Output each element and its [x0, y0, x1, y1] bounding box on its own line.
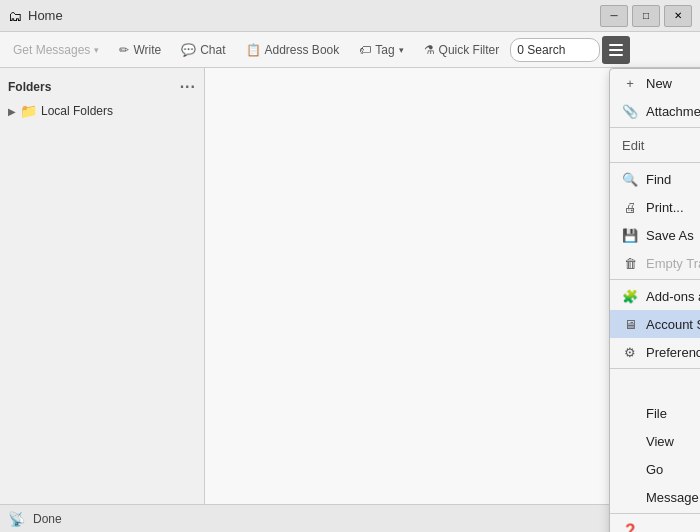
chat-label: Chat [200, 43, 225, 57]
sidebar-item-local-folders[interactable]: ▶ 📁 Local Folders [0, 100, 204, 122]
menu-item-go[interactable]: View › [610, 427, 700, 455]
toolbar: Get Messages ▾ ✏ Write 💬 Chat 📋 Address … [0, 32, 700, 68]
menu-item-preferences[interactable]: ⚙ Preferences [610, 338, 700, 366]
chat-icon: 💬 [181, 43, 196, 57]
go-label: View [646, 434, 700, 449]
tag-button[interactable]: 🏷 Tag ▾ [350, 36, 412, 64]
empty-trash-label: Empty Trash [646, 256, 700, 271]
account-settings-label: Account Settings [646, 317, 700, 332]
main-layout: Folders ··· ▶ 📁 Local Folders + New › 📎 … [0, 68, 700, 504]
message-label: Go [646, 462, 700, 477]
tools-label: Message [646, 490, 700, 505]
close-button[interactable]: ✕ [664, 5, 692, 27]
hamburger-line-2 [609, 49, 623, 51]
attachments-icon: 📎 [622, 104, 638, 119]
new-label: New [646, 76, 700, 91]
folder-icon: 📁 [20, 103, 37, 119]
account-settings-icon: 🖥 [622, 317, 638, 332]
help-icon: ❓ [622, 523, 638, 533]
app-icon: 🗂 [8, 8, 22, 24]
preferences-icon: ⚙ [622, 345, 638, 360]
write-icon: ✏ [119, 43, 129, 57]
menu-item-file[interactable]: › [610, 371, 700, 399]
hamburger-line-1 [609, 44, 623, 46]
save-as-icon: 💾 [622, 228, 638, 243]
new-icon: + [622, 76, 638, 91]
menu-item-save-as[interactable]: 💾 Save As › [610, 221, 700, 249]
search-box-text: 0 Search [517, 43, 565, 57]
menu-item-new[interactable]: + New › [610, 69, 700, 97]
find-label: Find [646, 172, 700, 187]
menu-item-find[interactable]: 🔍 Find › [610, 165, 700, 193]
edit-label: Edit [622, 138, 700, 153]
menu-item-view[interactable]: File › [610, 399, 700, 427]
hamburger-line-3 [609, 54, 623, 56]
window-controls: ─ □ ✕ [600, 5, 692, 27]
get-messages-button[interactable]: Get Messages ▾ [4, 36, 108, 64]
menu-edit-row: Edit ✂ ⎘ ⎗ › [610, 130, 700, 160]
menu-item-attachments[interactable]: 📎 Attachments › [610, 97, 700, 125]
menu-item-empty-trash[interactable]: 🗑 Empty Trash [610, 249, 700, 277]
menu-item-account-settings[interactable]: 🖥 Account Settings [610, 310, 700, 338]
folder-arrow-icon: ▶ [8, 106, 16, 117]
status-text: Done [33, 512, 62, 526]
separator-2 [610, 162, 700, 163]
separator-3 [610, 279, 700, 280]
addons-label: Add-ons and Themes [646, 289, 700, 304]
write-label: Write [133, 43, 161, 57]
address-book-label: Address Book [265, 43, 340, 57]
attachments-label: Attachments [646, 104, 700, 119]
title-bar: 🗂 Home ─ □ ✕ [0, 0, 700, 32]
print-icon: 🖨 [622, 200, 638, 215]
tag-icon: 🏷 [359, 43, 371, 57]
quick-filter-button[interactable]: ⚗ Quick Filter [415, 36, 509, 64]
sidebar-more-button[interactable]: ··· [180, 78, 196, 96]
folder-label: Local Folders [41, 104, 113, 118]
menu-item-help[interactable]: ❓ › [610, 516, 700, 532]
save-as-label: Save As [646, 228, 700, 243]
write-button[interactable]: ✏ Write [110, 36, 170, 64]
chat-button[interactable]: 💬 Chat [172, 36, 234, 64]
window-title: Home [28, 8, 63, 23]
separator-4 [610, 368, 700, 369]
minimize-button[interactable]: ─ [600, 5, 628, 27]
address-book-icon: 📋 [246, 43, 261, 57]
maximize-button[interactable]: □ [632, 5, 660, 27]
menu-item-addons[interactable]: 🧩 Add-ons and Themes [610, 282, 700, 310]
sidebar: Folders ··· ▶ 📁 Local Folders [0, 68, 205, 504]
view-label: File [646, 406, 700, 421]
separator-5 [610, 513, 700, 514]
hamburger-button[interactable] [602, 36, 630, 64]
search-box[interactable]: 0 Search [510, 38, 600, 62]
get-messages-label: Get Messages [13, 43, 90, 57]
sidebar-header-label: Folders [8, 80, 51, 94]
separator-1 [610, 127, 700, 128]
quick-filter-icon: ⚗ [424, 43, 435, 57]
print-label: Print... [646, 200, 700, 215]
content-area: + New › 📎 Attachments › Edit ✂ ⎘ ⎗ › [205, 68, 700, 504]
tag-label: Tag [375, 43, 394, 57]
menu-item-print[interactable]: 🖨 Print... Ctrl+P [610, 193, 700, 221]
sidebar-header: Folders ··· [0, 74, 204, 100]
address-book-button[interactable]: 📋 Address Book [237, 36, 349, 64]
menu-item-tools[interactable]: Message › [610, 483, 700, 511]
quick-filter-label: Quick Filter [439, 43, 500, 57]
status-icon: 📡 [8, 511, 25, 527]
preferences-label: Preferences [646, 345, 700, 360]
tag-dropdown-arrow: ▾ [399, 45, 404, 55]
menu-item-message[interactable]: Go › [610, 455, 700, 483]
find-icon: 🔍 [622, 172, 638, 187]
status-bar: 📡 Done [0, 504, 700, 532]
dropdown-menu: + New › 📎 Attachments › Edit ✂ ⎘ ⎗ › [609, 68, 700, 532]
empty-trash-icon: 🗑 [622, 256, 638, 271]
get-messages-dropdown-arrow: ▾ [94, 45, 99, 55]
addons-icon: 🧩 [622, 289, 638, 304]
